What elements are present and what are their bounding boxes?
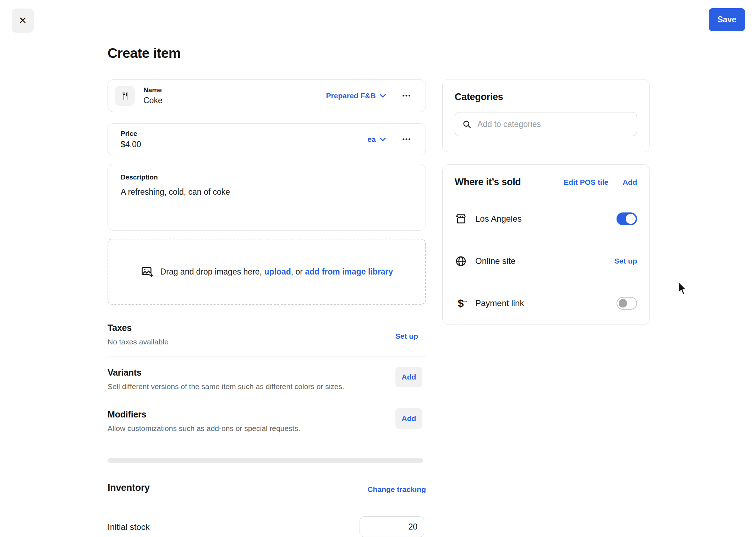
where-sold-add-link[interactable]: Add [623, 178, 637, 187]
location-row-los-angeles: Los Angeles [455, 198, 637, 240]
payment-link-row: $ → Payment link [455, 282, 637, 324]
online-site-label: Online site [475, 256, 515, 266]
taxes-section: Taxes No taxes available Set up [108, 323, 426, 356]
search-icon [462, 120, 472, 129]
unit-selector[interactable]: ea [367, 135, 386, 144]
name-value[interactable]: Coke [143, 96, 163, 105]
payment-link-toggle[interactable] [617, 297, 637, 310]
name-label: Name [143, 86, 163, 94]
variants-title: Variants [108, 367, 426, 378]
section-divider [108, 356, 426, 356]
payment-link-label: Payment link [475, 298, 524, 308]
add-from-library-link[interactable]: add from image library [305, 267, 393, 276]
item-name-field[interactable]: Name Coke Prepared F&B ••• [108, 79, 426, 112]
item-price-field[interactable]: Price $4.00 ea ••• [108, 123, 426, 155]
save-button-label: Save [717, 15, 736, 24]
initial-stock-label: Initial stock [108, 522, 150, 532]
toggle-knob [619, 299, 627, 308]
where-its-sold-card: Where it’s sold Edit POS tile Add Los An… [442, 164, 650, 325]
categories-title: Categories [455, 92, 637, 103]
name-more-options-icon[interactable]: ••• [402, 92, 411, 99]
close-icon: ✕ [19, 15, 27, 26]
online-site-setup-link[interactable]: Set up [614, 257, 637, 265]
price-more-options-icon[interactable]: ••• [402, 136, 411, 143]
upload-link[interactable]: upload [264, 267, 291, 276]
variants-section: Variants Sell different versions of the … [108, 367, 426, 398]
variants-subtitle: Sell different versions of the same item… [108, 382, 426, 391]
edit-pos-tile-link[interactable]: Edit POS tile [564, 178, 608, 187]
page-title: Create item [108, 45, 181, 61]
variants-add-button[interactable]: Add [395, 367, 422, 387]
section-divider [108, 398, 426, 398]
modifiers-subtitle: Allow customizations such as add-ons or … [108, 424, 426, 433]
storefront-icon [455, 213, 467, 225]
close-button[interactable]: ✕ [12, 9, 34, 33]
description-label: Description [121, 173, 413, 181]
taxes-setup-link[interactable]: Set up [395, 332, 418, 341]
drop-text-prefix: Drag and drop images here, [160, 267, 264, 276]
los-angeles-toggle[interactable] [617, 212, 637, 225]
modifiers-add-label: Add [402, 414, 416, 423]
item-type-selector[interactable]: Prepared F&B [326, 92, 386, 100]
toggle-knob [626, 214, 636, 224]
taxes-title: Taxes [108, 323, 426, 333]
save-button[interactable]: Save [709, 8, 745, 31]
drop-text-middle: , or [291, 267, 305, 276]
item-description-field[interactable]: Description A refreshing, cold, can of c… [108, 164, 426, 231]
location-label: Los Angeles [475, 214, 522, 224]
payment-link-icon: $ → [455, 296, 467, 310]
change-tracking-link[interactable]: Change tracking [356, 485, 426, 494]
unit-value: ea [367, 135, 376, 144]
horizontal-scrollbar[interactable] [108, 458, 423, 463]
categories-card: Categories [442, 79, 650, 152]
mouse-cursor [677, 281, 689, 297]
item-type-value: Prepared F&B [326, 92, 376, 100]
modifiers-title: Modifiers [108, 409, 426, 420]
globe-icon [455, 255, 467, 267]
chevron-down-icon [379, 137, 386, 142]
categories-search-input[interactable] [477, 120, 630, 129]
restaurant-icon [115, 86, 135, 106]
image-drop-zone[interactable]: Drag and drop images here, upload, or ad… [108, 239, 426, 305]
arrow-glyph: → [461, 297, 468, 304]
variants-add-label: Add [402, 373, 416, 381]
drop-zone-text: Drag and drop images here, upload, or ad… [160, 267, 393, 277]
categories-search-box[interactable] [455, 112, 637, 136]
where-sold-title: Where it’s sold [455, 177, 521, 188]
online-site-row: Online site Set up [455, 240, 637, 282]
initial-stock-input[interactable] [360, 516, 424, 537]
modifiers-section: Modifiers Allow customizations such as a… [108, 409, 426, 440]
description-value[interactable]: A refreshing, cold, can of coke [121, 187, 413, 197]
inventory-title: Inventory [108, 482, 150, 493]
modifiers-add-button[interactable]: Add [395, 408, 422, 429]
price-label: Price [121, 130, 141, 138]
taxes-subtitle: No taxes available [108, 338, 426, 346]
add-image-icon [141, 265, 153, 278]
price-value[interactable]: $4.00 [121, 140, 141, 149]
chevron-down-icon [379, 94, 386, 98]
